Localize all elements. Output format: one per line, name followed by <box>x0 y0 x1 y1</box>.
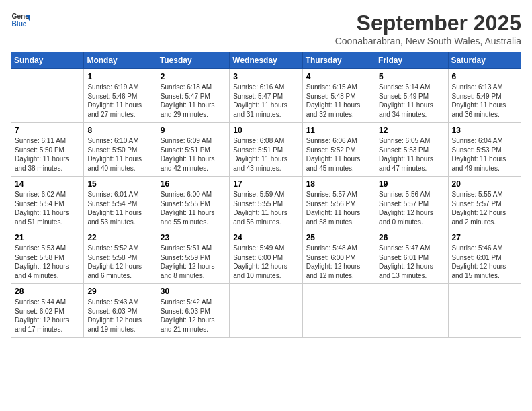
day-info: Sunrise: 6:01 AMSunset: 5:54 PMDaylight:… <box>87 190 152 226</box>
day-info: Sunrise: 5:51 AMSunset: 5:59 PMDaylight:… <box>161 244 226 280</box>
calendar-cell: 25Sunrise: 5:48 AMSunset: 6:00 PMDayligh… <box>302 230 375 284</box>
day-number: 24 <box>233 233 298 242</box>
calendar-cell: 22Sunrise: 5:52 AMSunset: 5:58 PMDayligh… <box>84 230 157 284</box>
day-info: Sunrise: 5:46 AMSunset: 6:01 PMDaylight:… <box>452 244 517 280</box>
day-number: 19 <box>379 179 444 189</box>
calendar-cell: 30Sunrise: 5:42 AMSunset: 6:03 PMDayligh… <box>157 284 229 338</box>
calendar-cell: 18Sunrise: 5:57 AMSunset: 5:56 PMDayligh… <box>302 177 375 230</box>
day-info: Sunrise: 5:48 AMSunset: 6:00 PMDaylight:… <box>306 244 371 280</box>
day-info: Sunrise: 5:55 AMSunset: 5:57 PMDaylight:… <box>452 190 517 226</box>
day-number: 21 <box>15 233 80 242</box>
calendar-cell: 7Sunrise: 6:11 AMSunset: 5:50 PMDaylight… <box>11 123 84 177</box>
day-info: Sunrise: 5:59 AMSunset: 5:55 PMDaylight:… <box>233 190 298 226</box>
week-row-3: 14Sunrise: 6:02 AMSunset: 5:54 PMDayligh… <box>11 177 521 230</box>
calendar-cell: 23Sunrise: 5:51 AMSunset: 5:59 PMDayligh… <box>157 230 229 284</box>
day-info: Sunrise: 6:16 AMSunset: 5:47 PMDaylight:… <box>233 83 298 119</box>
day-number: 7 <box>15 126 80 135</box>
day-number: 9 <box>161 126 226 135</box>
calendar-cell: 24Sunrise: 5:49 AMSunset: 6:00 PMDayligh… <box>230 230 302 284</box>
day-info: Sunrise: 6:08 AMSunset: 5:51 PMDaylight:… <box>233 136 298 173</box>
weekday-header-thursday: Thursday <box>302 52 375 69</box>
calendar-cell: 6Sunrise: 6:13 AMSunset: 5:49 PMDaylight… <box>448 69 521 123</box>
weekday-header-row: SundayMondayTuesdayWednesdayThursdayFrid… <box>11 52 521 69</box>
svg-text:Blue: Blue <box>12 20 27 28</box>
day-number: 1 <box>87 72 152 81</box>
day-info: Sunrise: 6:09 AMSunset: 5:51 PMDaylight:… <box>161 136 226 173</box>
header: General Blue September 2025 Coonabarabra… <box>11 11 521 46</box>
calendar-cell: 3Sunrise: 6:16 AMSunset: 5:47 PMDaylight… <box>230 69 302 123</box>
day-info: Sunrise: 6:18 AMSunset: 5:47 PMDaylight:… <box>161 83 226 119</box>
day-number: 18 <box>306 179 371 189</box>
day-number: 2 <box>161 72 226 81</box>
calendar-cell: 20Sunrise: 5:55 AMSunset: 5:57 PMDayligh… <box>448 177 521 230</box>
day-info: Sunrise: 6:19 AMSunset: 5:46 PMDaylight:… <box>87 83 152 119</box>
weekday-header-saturday: Saturday <box>448 52 521 69</box>
calendar-cell <box>230 284 302 338</box>
calendar-cell: 8Sunrise: 6:10 AMSunset: 5:50 PMDaylight… <box>84 123 157 177</box>
calendar-cell <box>375 284 448 338</box>
day-number: 10 <box>233 126 298 135</box>
day-info: Sunrise: 5:42 AMSunset: 6:03 PMDaylight:… <box>161 298 226 334</box>
day-info: Sunrise: 6:00 AMSunset: 5:55 PMDaylight:… <box>161 190 226 226</box>
day-info: Sunrise: 6:05 AMSunset: 5:53 PMDaylight:… <box>379 136 444 173</box>
calendar-cell <box>302 284 375 338</box>
day-info: Sunrise: 6:06 AMSunset: 5:52 PMDaylight:… <box>306 136 371 173</box>
day-number: 17 <box>233 179 298 189</box>
day-number: 30 <box>161 287 226 296</box>
day-info: Sunrise: 6:13 AMSunset: 5:49 PMDaylight:… <box>452 83 517 119</box>
weekday-header-monday: Monday <box>84 52 157 69</box>
day-info: Sunrise: 5:43 AMSunset: 6:03 PMDaylight:… <box>87 298 152 334</box>
day-info: Sunrise: 5:47 AMSunset: 6:01 PMDaylight:… <box>379 244 444 280</box>
day-number: 16 <box>161 179 226 189</box>
week-row-2: 7Sunrise: 6:11 AMSunset: 5:50 PMDaylight… <box>11 123 521 177</box>
calendar-cell: 9Sunrise: 6:09 AMSunset: 5:51 PMDaylight… <box>157 123 229 177</box>
day-number: 13 <box>452 126 517 135</box>
day-number: 15 <box>87 179 152 189</box>
day-number: 3 <box>233 72 298 81</box>
logo-icon: General Blue <box>11 11 30 30</box>
day-info: Sunrise: 6:04 AMSunset: 5:53 PMDaylight:… <box>452 136 517 173</box>
calendar-cell: 4Sunrise: 6:15 AMSunset: 5:48 PMDaylight… <box>302 69 375 123</box>
weekday-header-friday: Friday <box>375 52 448 69</box>
calendar-cell <box>11 69 84 123</box>
day-info: Sunrise: 5:49 AMSunset: 6:00 PMDaylight:… <box>233 244 298 280</box>
weekday-header-tuesday: Tuesday <box>157 52 229 69</box>
day-number: 5 <box>379 72 444 81</box>
day-number: 27 <box>452 233 517 242</box>
day-number: 14 <box>15 179 80 189</box>
day-info: Sunrise: 5:53 AMSunset: 5:58 PMDaylight:… <box>15 244 80 280</box>
day-info: Sunrise: 6:11 AMSunset: 5:50 PMDaylight:… <box>15 136 80 173</box>
day-info: Sunrise: 5:56 AMSunset: 5:57 PMDaylight:… <box>379 190 444 226</box>
calendar-cell: 29Sunrise: 5:43 AMSunset: 6:03 PMDayligh… <box>84 284 157 338</box>
day-number: 23 <box>161 233 226 242</box>
calendar-cell: 15Sunrise: 6:01 AMSunset: 5:54 PMDayligh… <box>84 177 157 230</box>
day-number: 20 <box>452 179 517 189</box>
calendar-cell: 13Sunrise: 6:04 AMSunset: 5:53 PMDayligh… <box>448 123 521 177</box>
day-number: 29 <box>87 287 152 296</box>
calendar-cell: 27Sunrise: 5:46 AMSunset: 6:01 PMDayligh… <box>448 230 521 284</box>
month-title: September 2025 <box>335 11 521 36</box>
calendar-cell: 2Sunrise: 6:18 AMSunset: 5:47 PMDaylight… <box>157 69 229 123</box>
logo: General Blue <box>11 11 30 30</box>
calendar-cell: 26Sunrise: 5:47 AMSunset: 6:01 PMDayligh… <box>375 230 448 284</box>
calendar-table: SundayMondayTuesdayWednesdayThursdayFrid… <box>11 52 521 338</box>
calendar-cell: 16Sunrise: 6:00 AMSunset: 5:55 PMDayligh… <box>157 177 229 230</box>
title-area: September 2025 Coonabarabran, New South … <box>335 11 521 46</box>
day-info: Sunrise: 5:44 AMSunset: 6:02 PMDaylight:… <box>15 298 80 334</box>
day-number: 26 <box>379 233 444 242</box>
calendar-cell: 28Sunrise: 5:44 AMSunset: 6:02 PMDayligh… <box>11 284 84 338</box>
calendar-cell: 5Sunrise: 6:14 AMSunset: 5:49 PMDaylight… <box>375 69 448 123</box>
week-row-4: 21Sunrise: 5:53 AMSunset: 5:58 PMDayligh… <box>11 230 521 284</box>
day-info: Sunrise: 5:52 AMSunset: 5:58 PMDaylight:… <box>87 244 152 280</box>
day-number: 8 <box>87 126 152 135</box>
calendar-cell: 14Sunrise: 6:02 AMSunset: 5:54 PMDayligh… <box>11 177 84 230</box>
location-title: Coonabarabran, New South Wales, Australi… <box>335 36 521 46</box>
calendar-cell: 11Sunrise: 6:06 AMSunset: 5:52 PMDayligh… <box>302 123 375 177</box>
day-number: 28 <box>15 287 80 296</box>
calendar-cell: 12Sunrise: 6:05 AMSunset: 5:53 PMDayligh… <box>375 123 448 177</box>
week-row-1: 1Sunrise: 6:19 AMSunset: 5:46 PMDaylight… <box>11 69 521 123</box>
calendar-cell: 17Sunrise: 5:59 AMSunset: 5:55 PMDayligh… <box>230 177 302 230</box>
day-number: 12 <box>379 126 444 135</box>
calendar-cell <box>448 284 521 338</box>
day-info: Sunrise: 5:57 AMSunset: 5:56 PMDaylight:… <box>306 190 371 226</box>
